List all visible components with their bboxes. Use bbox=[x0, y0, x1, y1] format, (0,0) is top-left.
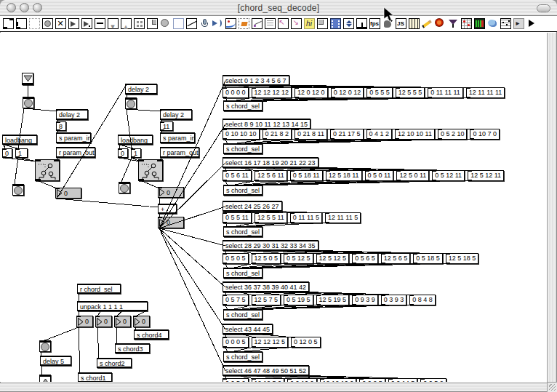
chord-message-box[interactable]: 12 5 18 5 bbox=[446, 253, 479, 264]
comment-box-icon[interactable] bbox=[28, 17, 41, 31]
toggle-icon[interactable] bbox=[54, 17, 67, 31]
chord-message-box[interactable]: 0 0 0 0 bbox=[223, 87, 249, 98]
delay-object[interactable]: delay 2 bbox=[125, 84, 157, 95]
bpatcher-icon[interactable] bbox=[145, 17, 159, 31]
preset-icon[interactable] bbox=[132, 17, 145, 31]
number-box-icon[interactable] bbox=[67, 17, 80, 31]
send-object[interactable]: s chord2 bbox=[97, 358, 132, 368]
chord-message-box[interactable]: 12 5 5 5 bbox=[396, 87, 425, 98]
send-object[interactable]: s chord4 bbox=[134, 329, 169, 340]
chord-message-box[interactable]: 12 5 0 11 bbox=[396, 170, 429, 181]
chord-message-box[interactable]: 0 8 4 8 bbox=[409, 295, 436, 305]
ubutton-icon[interactable] bbox=[316, 17, 329, 31]
adc-icon[interactable] bbox=[198, 17, 211, 31]
hslider-icon[interactable] bbox=[93, 17, 106, 31]
chord-message-box[interactable]: 0 5 18 11 bbox=[290, 170, 323, 181]
incdec-icon[interactable] bbox=[342, 17, 355, 31]
chord-message-box[interactable]: 0 0 2 5 bbox=[359, 378, 385, 382]
chord-message-box[interactable]: 0 5 6 5 bbox=[352, 253, 378, 264]
send-object[interactable]: s chord3 bbox=[115, 343, 150, 353]
chord-message-box[interactable]: 12 10 10 11 bbox=[395, 129, 435, 140]
chord-message-box[interactable]: 12 12 12 12 bbox=[252, 87, 292, 98]
umenu-icon[interactable] bbox=[106, 17, 119, 31]
select-object[interactable]: select 28 29 30 31 32 33 34 35 bbox=[223, 240, 318, 251]
chord-message-box[interactable]: 0 5 0 11 bbox=[365, 170, 394, 181]
meter-icon[interactable] bbox=[473, 17, 486, 31]
loadbang-object[interactable]: loadbang bbox=[2, 135, 37, 145]
chord-message-box[interactable]: 0 5 2 10 bbox=[438, 129, 468, 140]
send-object[interactable]: s chord_sel bbox=[223, 268, 263, 279]
chord-message-box[interactable]: 0 0 0 5 bbox=[223, 337, 249, 348]
number-box[interactable]: 0 bbox=[158, 187, 184, 198]
chord-message-box[interactable]: 0 21 17 5 bbox=[330, 129, 364, 140]
chord-message-box[interactable]: 12 5 5 11 bbox=[255, 212, 287, 223]
uslider-icon[interactable] bbox=[119, 17, 132, 31]
panel-icon[interactable] bbox=[172, 17, 185, 31]
receive-object[interactable]: r param_out bbox=[56, 147, 95, 158]
chord-message-box[interactable]: 12 12 5 0 bbox=[252, 378, 285, 382]
target-icon[interactable] bbox=[433, 17, 446, 31]
chord-message-box[interactable]: 0 5 5 5 bbox=[366, 87, 393, 98]
pwindow-icon[interactable] bbox=[486, 17, 499, 31]
js-icon[interactable]: JS bbox=[394, 17, 407, 31]
send-object[interactable]: s param_in bbox=[56, 132, 91, 143]
outlet-object[interactable] bbox=[39, 375, 51, 382]
tab-strip-icon[interactable] bbox=[355, 17, 368, 31]
chord-message-box[interactable]: 0 0 14 5 bbox=[388, 378, 418, 382]
filmstrip-icon[interactable] bbox=[329, 17, 342, 31]
chord-message-box[interactable]: 0 9 3 9 bbox=[352, 295, 378, 305]
send-object[interactable]: s param_in bbox=[160, 132, 195, 143]
select-object[interactable]: select 46 47 48 49 50 51 52 bbox=[223, 365, 309, 376]
select-object[interactable]: select 24 25 26 27 bbox=[223, 201, 282, 212]
select-object[interactable]: select 43 44 45 bbox=[223, 324, 273, 335]
select-object[interactable]: select 0 1 2 3 4 5 6 7 bbox=[223, 75, 289, 86]
message-box[interactable]: 0 bbox=[2, 148, 12, 158]
chord-message-box[interactable]: 12 11 11 5 bbox=[325, 212, 361, 223]
chord-message-box[interactable]: 12 5 12 5 bbox=[316, 253, 350, 264]
unpack-object[interactable]: unpack 1 1 1 1 bbox=[77, 301, 148, 311]
chord-message-box[interactable]: 12 5 19 5 bbox=[316, 295, 350, 305]
chord-message-box[interactable]: 0 5 12 5 bbox=[284, 253, 313, 264]
message-box[interactable]: 1 bbox=[131, 148, 141, 158]
chord-message-box[interactable]: 0 0 5 2 bbox=[420, 378, 446, 382]
send-object[interactable]: s chord_sel bbox=[223, 226, 263, 237]
loadbang-object[interactable]: loadbang bbox=[118, 135, 153, 145]
chord-message-box[interactable]: 0 11 11 11 bbox=[428, 87, 463, 98]
scope-icon[interactable] bbox=[276, 17, 289, 31]
number-box[interactable]: 0 bbox=[158, 217, 184, 228]
number-box[interactable]: 0 bbox=[114, 316, 131, 327]
receive-object[interactable]: r chord_sel bbox=[77, 284, 121, 294]
inlet-object[interactable] bbox=[22, 73, 33, 85]
chord-message-box[interactable]: 0 5 5 11 bbox=[223, 212, 252, 223]
vertical-scrollbar[interactable] bbox=[547, 33, 556, 382]
float-number-box-icon[interactable] bbox=[80, 17, 93, 31]
gswitch-object[interactable] bbox=[35, 159, 60, 181]
gswitch-object[interactable] bbox=[138, 159, 163, 181]
chord-message-box[interactable]: 12 5 6 5 bbox=[381, 253, 411, 264]
chord-message-box[interactable]: 0 0 10 0 bbox=[287, 378, 317, 382]
chord-message-box[interactable]: 12 5 7 5 bbox=[252, 295, 281, 305]
bang-button[interactable] bbox=[39, 340, 51, 352]
number-box[interactable]: 0 bbox=[55, 188, 81, 199]
dropfile-icon[interactable] bbox=[237, 17, 250, 31]
horizontal-scrollbar[interactable] bbox=[0, 383, 547, 391]
function-icon[interactable] bbox=[224, 17, 237, 31]
chord-message-box[interactable]: 12 5 0 5 bbox=[252, 253, 281, 264]
message-box-icon[interactable] bbox=[15, 17, 28, 31]
chord-message-box[interactable]: 12 5 12 11 bbox=[468, 170, 504, 181]
delay-object[interactable]: delay 2 bbox=[56, 109, 88, 120]
chord-message-box[interactable]: 12 5 18 11 bbox=[326, 170, 362, 181]
number-box[interactable]: 0 bbox=[133, 316, 150, 327]
seq-grid-icon[interactable] bbox=[499, 17, 512, 31]
select-object[interactable]: select 16 17 18 19 20 21 22 23 bbox=[223, 157, 318, 168]
chord-message-box[interactable]: 0 21 8 2 bbox=[263, 129, 292, 140]
matrixctrl-icon[interactable] bbox=[460, 17, 473, 31]
chord-message-box[interactable]: 12 12 10 0 bbox=[320, 378, 357, 382]
bang-button[interactable] bbox=[23, 97, 34, 108]
message-box[interactable]: 0 bbox=[118, 148, 128, 158]
send-object[interactable]: s chord_sel bbox=[223, 185, 263, 196]
bang-button[interactable] bbox=[12, 184, 24, 196]
resize-grip[interactable] bbox=[547, 382, 557, 392]
chord-message-box[interactable]: 12 12 12 5 bbox=[252, 337, 289, 348]
send-object[interactable]: s chord_sel bbox=[223, 143, 263, 154]
